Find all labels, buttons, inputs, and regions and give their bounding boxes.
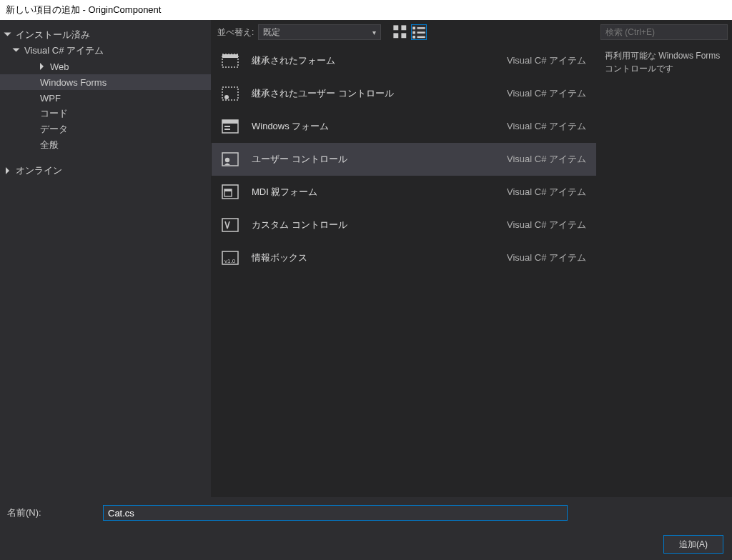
bottom-bar: 名前(N): 追加(A) (0, 497, 732, 560)
sidebar-installed[interactable]: インストール済み (0, 27, 211, 43)
caret-closed-icon (6, 167, 13, 174)
caret-open-icon (6, 31, 13, 39)
svg-rect-7 (417, 31, 425, 34)
svg-rect-8 (413, 36, 416, 39)
sidebar-item-label: 全般 (40, 139, 59, 151)
title-bar: 新しい項目の追加 - OriginComponent (0, 0, 732, 20)
detail-pane: 種類: Visual C# アイテム 再利用可能な Windows Forms … (596, 20, 732, 497)
add-button-label: 追加(A) (679, 539, 708, 551)
template-pane: 並べ替え: 既定 ▾ 継承されたフォーム Visual C# アイテム (212, 20, 596, 497)
sidebar-item-web[interactable]: Web (0, 59, 211, 74)
sort-select[interactable]: 既定 ▾ (258, 24, 381, 40)
list-icon (412, 25, 426, 39)
sidebar-item-label: Web (50, 61, 69, 72)
sidebar-item-label: コード (40, 107, 68, 120)
user-control-icon (219, 149, 243, 170)
caret-closed-icon (40, 63, 47, 70)
search-bar (596, 20, 732, 44)
sidebar-item-label: データ (40, 123, 68, 136)
sidebar-csharp[interactable]: Visual C# アイテム (0, 43, 211, 59)
svg-rect-11 (222, 54, 238, 58)
sidebar-installed-label: インストール済み (16, 29, 90, 41)
sidebar-item-label: Windows Forms (40, 77, 107, 88)
template-type: Visual C# アイテム (507, 219, 586, 231)
name-input[interactable] (103, 505, 568, 521)
template-label: 継承されたフォーム (252, 54, 507, 67)
work-area: インストール済み Visual C# アイテム Web Windows Form… (0, 20, 732, 497)
control-inherit-icon (219, 83, 243, 104)
form-inherit-icon (219, 50, 243, 71)
detail-description: 再利用可能な Windows Forms コントロールです (605, 49, 723, 75)
template-type: Visual C# アイテム (507, 54, 586, 67)
sidebar-item-data[interactable]: データ (0, 121, 211, 137)
sidebar-item-wpf[interactable]: WPF (0, 90, 211, 106)
template-row[interactable]: 継承されたフォーム Visual C# アイテム (212, 44, 596, 77)
svg-rect-16 (224, 126, 230, 127)
template-row[interactable]: Windows フォーム Visual C# アイテム (212, 110, 596, 143)
template-label: ユーザー コントロール (252, 153, 507, 166)
template-label: 情報ボックス (252, 251, 507, 264)
svg-rect-4 (413, 27, 416, 30)
template-type: Visual C# アイテム (507, 251, 586, 264)
svg-rect-5 (417, 27, 425, 29)
svg-point-19 (225, 158, 229, 162)
template-label: カスタム コントロール (252, 219, 507, 231)
svg-rect-17 (224, 129, 230, 130)
template-row[interactable]: MDI 親フォーム Visual C# アイテム (212, 176, 596, 209)
name-label: 名前(N): (7, 506, 93, 519)
template-row[interactable]: 継承されたユーザー コントロール Visual C# アイテム (212, 77, 596, 110)
caret-open-icon (14, 47, 21, 54)
grid-icon (392, 24, 408, 40)
svg-rect-3 (402, 33, 407, 38)
svg-rect-15 (222, 120, 238, 124)
template-type: Visual C# アイテム (507, 186, 586, 199)
sidebar-item-general[interactable]: 全般 (0, 137, 211, 153)
svg-rect-2 (394, 33, 399, 38)
svg-text:v1.0: v1.0 (224, 258, 236, 264)
sort-bar: 並べ替え: 既定 ▾ (212, 20, 596, 44)
sidebar-online-label: オンライン (16, 164, 62, 177)
sort-label: 並べ替え: (217, 26, 254, 39)
svg-rect-18 (222, 153, 238, 166)
template-list: 継承されたフォーム Visual C# アイテム 継承されたユーザー コントロー… (212, 44, 596, 497)
dropdown-arrow-icon: ▾ (372, 29, 376, 36)
search-input[interactable] (600, 24, 728, 40)
window-title: 新しい項目の追加 - OriginComponent (6, 4, 161, 16)
custom-control-icon (219, 214, 243, 236)
svg-rect-9 (417, 36, 425, 39)
svg-rect-23 (222, 219, 238, 231)
add-button[interactable]: 追加(A) (663, 535, 723, 554)
template-label: MDI 親フォーム (252, 186, 507, 199)
sidebar-csharp-label: Visual C# アイテム (24, 44, 104, 57)
sidebar-item-windows-forms[interactable]: Windows Forms (0, 74, 211, 90)
view-medium-icons-button[interactable] (392, 24, 408, 40)
view-details-button[interactable] (411, 24, 427, 40)
template-row[interactable]: v1.0 情報ボックス Visual C# アイテム (212, 241, 596, 274)
category-sidebar: インストール済み Visual C# アイテム Web Windows Form… (0, 20, 212, 497)
sidebar-item-label: WPF (40, 93, 61, 104)
svg-rect-0 (394, 25, 399, 30)
mdi-form-icon (219, 181, 243, 203)
template-label: 継承されたユーザー コントロール (252, 87, 507, 100)
svg-rect-1 (402, 25, 407, 30)
template-row[interactable]: ユーザー コントロール Visual C# アイテム (212, 143, 596, 176)
sidebar-online[interactable]: オンライン (0, 163, 211, 179)
template-label: Windows フォーム (252, 120, 507, 133)
svg-rect-22 (224, 189, 232, 191)
template-type: Visual C# アイテム (507, 87, 586, 100)
svg-rect-6 (413, 31, 416, 34)
sidebar-item-code[interactable]: コード (0, 106, 211, 121)
form-icon (219, 116, 243, 137)
template-row[interactable]: カスタム コントロール Visual C# アイテム (212, 209, 596, 241)
template-type: Visual C# アイテム (507, 120, 586, 133)
about-box-icon: v1.0 (219, 247, 243, 269)
sort-value: 既定 (263, 26, 280, 39)
template-type: Visual C# アイテム (507, 153, 586, 166)
svg-point-13 (224, 95, 229, 99)
